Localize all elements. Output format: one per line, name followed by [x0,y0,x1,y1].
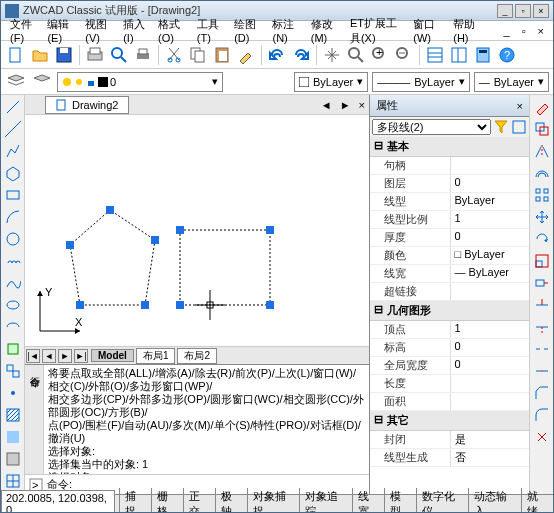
polyline-icon[interactable] [3,141,23,161]
properties-icon[interactable] [424,44,446,66]
erase-icon[interactable] [532,97,552,117]
ellipse-icon[interactable] [3,295,23,315]
command-history[interactable]: 将要点取或全部(ALL)/增添(A)/除去(R)/前次(P)/上次(L)/窗口(… [44,365,369,474]
doc-tab-active[interactable]: Drawing2 [45,96,129,114]
extend-icon[interactable] [532,317,552,337]
rectangle-icon[interactable] [3,185,23,205]
stretch-icon[interactable] [532,273,552,293]
model-toggle[interactable]: 模型 [384,488,416,514]
menu-draw[interactable]: 绘图(D) [229,15,265,46]
close-button[interactable]: × [533,4,549,18]
properties-grid[interactable]: ⊟基本句柄图层0线型ByLayer线型比例1厚度0颜色□ ByLayer线宽— … [370,137,529,494]
revcloud-icon[interactable] [3,251,23,271]
menu-insert[interactable]: 插入(I) [118,15,151,46]
tab-layout1[interactable]: 布局1 [136,348,176,364]
grip[interactable] [266,301,274,309]
preview-icon[interactable] [108,44,130,66]
break-icon[interactable] [532,339,552,359]
scale-icon[interactable] [532,251,552,271]
menu-file[interactable]: 文件(F) [5,15,40,46]
dyn-toggle[interactable]: 动态输入 [468,488,521,514]
copyobj-icon[interactable] [532,119,552,139]
grip[interactable] [151,236,159,244]
pickadd-icon[interactable] [511,119,527,135]
trim-icon[interactable] [532,295,552,315]
grip[interactable] [176,226,184,234]
pan-icon[interactable] [321,44,343,66]
tab-first[interactable]: |◄ [26,349,40,363]
array-icon[interactable] [532,185,552,205]
designcenter-icon[interactable] [448,44,470,66]
grip[interactable] [176,301,184,309]
grip[interactable] [106,206,114,214]
lineweight-selector[interactable]: —ByLayer▾ [474,72,549,92]
menu-window[interactable]: 窗口(W) [408,15,446,46]
copy-icon[interactable] [187,44,209,66]
fillet-icon[interactable] [532,405,552,425]
layer-manager-icon[interactable] [5,71,27,93]
grip[interactable] [66,241,74,249]
grid-toggle[interactable]: 栅格 [151,488,183,514]
doctab-right[interactable]: ► [336,99,355,111]
osnap-toggle[interactable]: 对象捕捉 [247,488,300,514]
undo-icon[interactable] [266,44,288,66]
drawing-area[interactable]: X Y [25,115,369,346]
tab-last[interactable]: ►| [74,349,88,363]
new-icon[interactable] [5,44,27,66]
layer-prev-icon[interactable] [31,71,53,93]
polygon-icon[interactable] [3,163,23,183]
zoom-realtime-icon[interactable] [345,44,367,66]
snap-toggle[interactable]: 捕捉 [119,488,151,514]
point-icon[interactable] [3,383,23,403]
paste-icon[interactable] [211,44,233,66]
spline-icon[interactable] [3,273,23,293]
matchprop-icon[interactable] [235,44,257,66]
polar-toggle[interactable]: 极轴 [215,488,247,514]
tab-layout2[interactable]: 布局2 [177,348,217,364]
menu-edit[interactable]: 编辑(E) [42,15,78,46]
tab-model[interactable]: Model [91,349,134,362]
menu-tools[interactable]: 工具(T) [192,15,227,46]
mdi-restore[interactable]: ▫ [517,23,531,39]
otrack-toggle[interactable]: 对象追踪 [299,488,352,514]
menu-dim[interactable]: 标注(N) [267,15,303,46]
mdi-close[interactable]: × [533,23,549,39]
mirror-icon[interactable] [532,141,552,161]
selection-dropdown[interactable]: 多段线(2) [372,119,491,135]
maximize-button[interactable]: ▫ [515,4,531,18]
redo-icon[interactable] [290,44,312,66]
hatch-icon[interactable] [3,405,23,425]
move-icon[interactable] [532,207,552,227]
offset-icon[interactable] [532,163,552,183]
join-icon[interactable] [532,361,552,381]
help-icon[interactable]: ? [496,44,518,66]
print-icon[interactable] [132,44,154,66]
table-icon[interactable] [3,471,23,491]
menu-format[interactable]: 格式(O) [153,15,190,46]
grip[interactable] [266,226,274,234]
menu-view[interactable]: 视图(V) [80,15,116,46]
zoom-window-icon[interactable]: + [369,44,391,66]
block-icon[interactable] [3,361,23,381]
circle-icon[interactable] [3,229,23,249]
doctab-left[interactable]: ◄ [317,99,336,111]
quickselect-icon[interactable] [493,119,509,135]
menu-help[interactable]: 帮助(H) [448,15,484,46]
ellipsearc-icon[interactable] [3,317,23,337]
arc-icon[interactable] [3,207,23,227]
gradient-icon[interactable] [3,427,23,447]
ortho-toggle[interactable]: 正交 [183,488,215,514]
cut-icon[interactable] [163,44,185,66]
linetype-selector[interactable]: ———ByLayer▾ [372,72,469,92]
zoom-prev-icon[interactable] [393,44,415,66]
mdi-minimize[interactable]: _ [499,23,515,39]
properties-close[interactable]: × [517,100,523,112]
doctab-close[interactable]: × [355,99,369,111]
lwt-toggle[interactable]: 线宽 [352,488,384,514]
line-icon[interactable] [3,97,23,117]
save-icon[interactable] [53,44,75,66]
explode-icon[interactable] [532,427,552,447]
layer-selector[interactable]: 0 ▾ [57,72,223,92]
calc-icon[interactable] [472,44,494,66]
rotate-icon[interactable] [532,229,552,249]
